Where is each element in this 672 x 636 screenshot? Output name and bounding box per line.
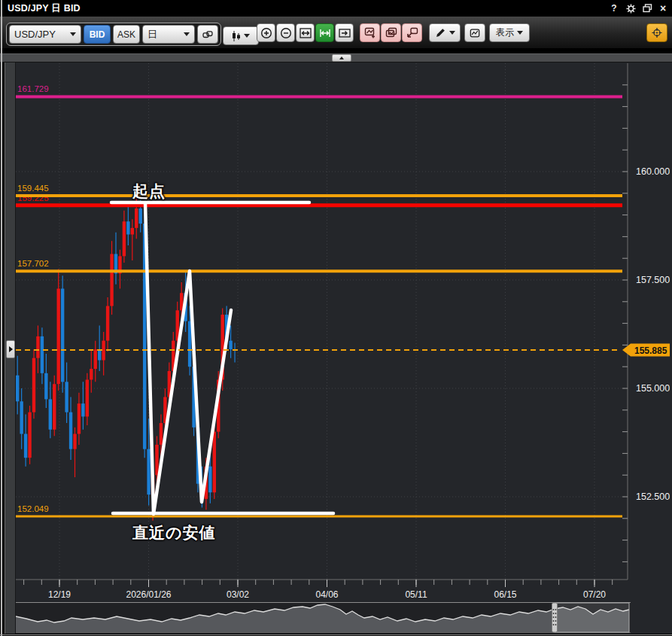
window-title: USD/JPY 日 BID xyxy=(8,2,81,15)
candle-body xyxy=(135,208,138,228)
candle-body xyxy=(78,403,81,434)
toolbar: USD/JPY BID ASK 日 xyxy=(0,17,672,48)
y-axis-label: 155.000 xyxy=(636,383,670,394)
expand-panel-button[interactable] xyxy=(6,340,15,358)
duplicate-chart-button[interactable] xyxy=(381,23,401,42)
candle-body xyxy=(53,384,56,429)
candle-body xyxy=(81,403,84,416)
candle-body xyxy=(123,221,126,256)
close-icon[interactable]: × xyxy=(656,2,670,15)
handle-dot xyxy=(553,624,555,625)
handle-dot xyxy=(555,624,557,625)
candle-body xyxy=(131,228,134,235)
zoom-in-icon xyxy=(260,27,272,39)
price-chart[interactable]: 12/192026/01/2603/0204/0605/1106/1507/20… xyxy=(16,62,670,601)
chevron-down-icon xyxy=(449,31,455,35)
price-lines: 161.729159.445159.225157.702152.049 xyxy=(16,84,622,516)
price-line-label: 152.049 xyxy=(17,504,49,513)
candle-body xyxy=(20,401,23,434)
symbol-value: USD/JPY xyxy=(14,29,56,40)
candle-body xyxy=(36,336,39,358)
instrument-group: USD/JPY BID ASK 日 xyxy=(6,23,221,46)
chart-window: USD/JPY 日 BID ? × USD/JPY BID ASK xyxy=(0,0,672,636)
x-axis-label: 2026/01/26 xyxy=(126,589,171,600)
indicator-button[interactable] xyxy=(464,23,485,42)
x-axis-label: 07/20 xyxy=(583,589,606,600)
current-price-tag: 155.885 xyxy=(622,344,670,357)
candle-body xyxy=(69,412,72,449)
handle-dot xyxy=(553,616,555,618)
chevron-down-icon xyxy=(517,31,523,35)
candles xyxy=(16,198,236,521)
candle-body xyxy=(94,349,97,369)
duplicate-chart-icon xyxy=(385,27,397,38)
draw-tools-button[interactable] xyxy=(429,23,461,42)
chevron-down-icon xyxy=(184,32,190,36)
ask-button[interactable]: ASK xyxy=(113,25,140,44)
candle-body xyxy=(73,434,76,449)
candle-body xyxy=(102,341,105,361)
handle-dot xyxy=(553,609,555,610)
candle-body xyxy=(57,289,60,385)
price-line-label: 157.702 xyxy=(17,259,49,268)
fit-both-icon xyxy=(300,28,312,38)
candle-body xyxy=(147,449,150,494)
candle-body xyxy=(208,467,211,493)
candle-body xyxy=(24,434,27,458)
candle-body xyxy=(155,445,158,475)
chevron-down-icon xyxy=(244,34,250,38)
period-value: 日 xyxy=(147,28,157,41)
zoom-out-button[interactable] xyxy=(276,23,295,42)
pencil-icon xyxy=(435,27,446,38)
chevron-up-icon xyxy=(339,56,344,59)
zoom-in-button[interactable] xyxy=(257,23,275,42)
symbol-select[interactable]: USD/JPY xyxy=(9,25,81,44)
price-line-label: 161.729 xyxy=(17,84,49,93)
candle-body xyxy=(61,289,64,382)
navigator-handle[interactable] xyxy=(552,603,558,632)
handle-dot xyxy=(553,620,555,622)
navigator-chart[interactable] xyxy=(16,601,631,634)
y-axis-label: 157.500 xyxy=(636,275,670,285)
handle-dot xyxy=(555,609,557,610)
candle-body xyxy=(86,379,89,416)
crosshair-button[interactable] xyxy=(646,23,667,42)
candle-body xyxy=(16,376,19,402)
zoom-group xyxy=(257,23,354,42)
candle-body xyxy=(90,369,93,379)
fit-horizontal-button[interactable] xyxy=(315,23,334,42)
gear-icon[interactable] xyxy=(624,2,637,15)
candle-body xyxy=(65,382,68,412)
fit-chart-button[interactable] xyxy=(296,23,315,42)
add-chart-button[interactable] xyxy=(360,23,380,42)
detach-chart-button[interactable] xyxy=(402,23,422,42)
restore-window-icon[interactable] xyxy=(640,2,654,15)
handle-dot xyxy=(555,620,557,622)
chevron-down-icon xyxy=(70,32,76,36)
link-icon xyxy=(202,29,213,40)
period-select[interactable]: 日 xyxy=(142,25,195,44)
y-axis-label: 160.000 xyxy=(636,166,670,177)
display-menu-button[interactable]: 表示 xyxy=(489,23,530,42)
candle-body xyxy=(188,321,191,367)
candle-body xyxy=(98,349,101,360)
chart-type-select[interactable] xyxy=(223,26,259,45)
popout-chart-icon xyxy=(406,27,418,38)
bid-button[interactable]: BID xyxy=(84,25,111,44)
handle-dot xyxy=(555,616,557,618)
navigator-viewport[interactable] xyxy=(555,603,629,632)
candle-body xyxy=(229,341,232,350)
y-axis-label: 152.500 xyxy=(636,491,670,502)
collapse-panel-button[interactable] xyxy=(332,54,351,62)
candle-body xyxy=(106,306,109,341)
candle-body xyxy=(28,412,31,458)
window-bottom-border xyxy=(0,634,672,635)
candle-body xyxy=(41,336,44,373)
candle-body xyxy=(110,254,113,306)
go-to-latest-button[interactable] xyxy=(335,23,354,42)
candle-body xyxy=(32,358,35,412)
handle-bar xyxy=(552,603,558,632)
arrow-right-icon xyxy=(339,29,351,38)
link-chart-button[interactable] xyxy=(197,25,218,44)
help-icon[interactable]: ? xyxy=(607,2,621,15)
